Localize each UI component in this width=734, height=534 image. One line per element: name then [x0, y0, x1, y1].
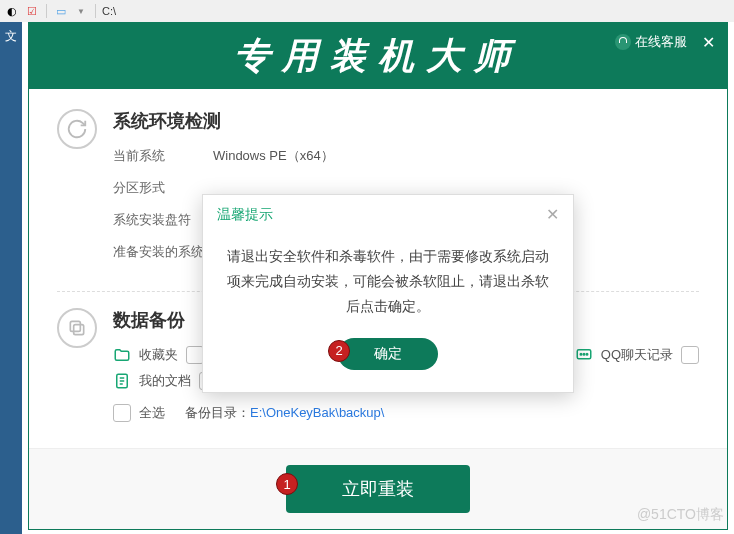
- backup-path: 备份目录：E:\OneKeyBak\backup\: [185, 404, 384, 422]
- label-target-system: 准备安装的系统: [113, 243, 213, 261]
- ok-label: 确定: [374, 345, 402, 361]
- svg-point-4: [583, 354, 585, 356]
- label-partition: 分区形式: [113, 179, 213, 197]
- label-install-drive: 系统安装盘符: [113, 211, 213, 229]
- backup-item-selectall: 全选: [113, 404, 165, 422]
- footer: 1 立即重装: [29, 448, 727, 529]
- annotation-badge-1: 1: [276, 473, 298, 495]
- reinstall-button[interactable]: 1 立即重装: [286, 465, 470, 513]
- dialog-title: 温馨提示: [217, 206, 273, 224]
- close-icon[interactable]: ✕: [702, 33, 715, 52]
- selectall-checkbox[interactable]: [113, 404, 131, 422]
- mydocs-label: 我的文档: [139, 372, 191, 390]
- dropdown-icon[interactable]: ▼: [73, 3, 89, 19]
- copy-icon: [57, 308, 97, 348]
- app-title: 专用装机大师: [234, 32, 522, 81]
- address-path[interactable]: C:\: [102, 5, 116, 17]
- backup-path-row: 全选 备份目录：E:\OneKeyBak\backup\: [113, 404, 699, 422]
- headset-icon: [615, 34, 631, 50]
- env-row-current-system: 当前系统 Windows PE（x64）: [113, 147, 699, 165]
- ok-button[interactable]: 2 确定: [338, 338, 438, 370]
- watermark: @51CTO博客: [637, 506, 724, 524]
- dialog-body: 请退出安全软件和杀毒软件，由于需要修改系统启动项来完成自动安装，可能会被杀软阻止…: [203, 234, 573, 338]
- installer-header: 专用装机大师 在线客服 ✕: [29, 23, 727, 89]
- app-toolbar: ◐ ☑ ▭ ▼ C:\: [0, 0, 734, 22]
- online-customer-service[interactable]: 在线客服: [615, 33, 687, 51]
- nav-back-icon[interactable]: ◐: [4, 3, 20, 19]
- folder-icon: [113, 346, 131, 364]
- annotation-badge-2: 2: [328, 340, 350, 362]
- label-current-system: 当前系统: [113, 147, 213, 165]
- selectall-label: 全选: [139, 404, 165, 422]
- backup-path-value[interactable]: E:\OneKeyBak\backup\: [250, 405, 384, 420]
- backup-item-qq: QQ聊天记录: [575, 346, 699, 364]
- online-cs-label: 在线客服: [635, 33, 687, 51]
- refresh-icon: [57, 109, 97, 149]
- separator: [95, 4, 96, 18]
- dialog-footer: 2 确定: [203, 338, 573, 392]
- check-icon[interactable]: ☑: [24, 3, 40, 19]
- page-icon[interactable]: ▭: [53, 3, 69, 19]
- qq-label: QQ聊天记录: [601, 346, 673, 364]
- document-icon: [113, 372, 131, 390]
- chat-icon: [575, 346, 593, 364]
- svg-rect-0: [74, 325, 84, 335]
- favorites-label: 收藏夹: [139, 346, 178, 364]
- dialog-close-icon[interactable]: ✕: [546, 205, 559, 224]
- separator: [46, 4, 47, 18]
- svg-rect-1: [70, 321, 80, 331]
- env-title: 系统环境检测: [113, 109, 699, 133]
- left-panel-label: 文: [0, 22, 22, 534]
- dialog-header: 温馨提示 ✕: [203, 195, 573, 234]
- svg-point-3: [580, 354, 582, 356]
- value-current-system: Windows PE（x64）: [213, 147, 334, 165]
- warning-dialog: 温馨提示 ✕ 请退出安全软件和杀毒软件，由于需要修改系统启动项来完成自动安装，可…: [202, 194, 574, 393]
- backup-item-favorites: 收藏夹: [113, 346, 204, 364]
- backup-path-label: 备份目录：: [185, 405, 250, 420]
- svg-point-5: [586, 354, 588, 356]
- reinstall-label: 立即重装: [342, 479, 414, 499]
- qq-checkbox[interactable]: [681, 346, 699, 364]
